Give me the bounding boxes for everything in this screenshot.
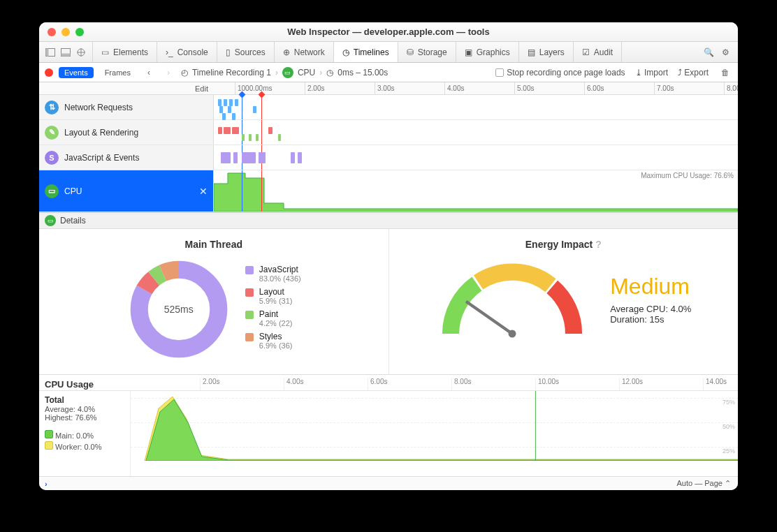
clock-icon: ◷ (326, 68, 333, 77)
detail-panels: Main Thread 525ms JavaScript83.0% (436) … (39, 229, 738, 375)
tab-elements[interactable]: ▭Elements (93, 42, 157, 62)
energy-title: Energy Impact ? (398, 239, 730, 250)
cpu-usage-legend: Total Average: 4.0% Highest: 76.6% Main:… (39, 391, 130, 476)
titlebar: Web Inspector — developer.apple.com — to… (39, 22, 738, 42)
cpu-usage-title: CPU Usage (39, 375, 130, 390)
download-icon: ⤓ (635, 68, 642, 77)
cpu-usage-chart: 75% 50% 25% (130, 391, 738, 476)
nav-back-icon[interactable]: ‹ (142, 66, 156, 80)
swatch-icon (45, 441, 53, 450)
search-icon[interactable]: 🔍 (702, 45, 716, 59)
console-icon: ›_ (166, 47, 173, 57)
export-button[interactable]: ⤴ Export (678, 68, 709, 77)
timeline-ruler[interactable]: Edit 1000.00ms 2.00s 3.00s 4.00s 5.00s 6… (39, 82, 738, 95)
timeline-toolbar: Events Frames ‹ › ◴ Timeline Recording 1… (39, 63, 738, 82)
dock-bottom-icon[interactable] (59, 45, 73, 59)
layers-icon: ▤ (528, 47, 535, 57)
console-prompt-icon[interactable]: › (39, 480, 48, 488)
chevron-updown-icon: ⌃ (725, 479, 731, 487)
cpu-icon: ▭ (45, 184, 59, 198)
script-icon: S (45, 151, 59, 165)
close-window-button[interactable] (48, 28, 56, 36)
help-icon[interactable]: ? (595, 239, 602, 250)
breadcrumb: ◴ Timeline Recording 1 › ▭ CPU › ◷ 0ms –… (181, 67, 388, 78)
energy-level: Medium (610, 274, 691, 300)
checklist-icon: ☑ (582, 47, 590, 57)
import-button[interactable]: ⤓ Import (635, 68, 668, 77)
tab-storage[interactable]: ⛁Storage (398, 42, 456, 62)
view-events-toggle[interactable]: Events (59, 67, 94, 78)
row-js[interactable]: SJavaScript & Events (39, 145, 738, 170)
chevron-right-icon: › (275, 68, 278, 77)
inspect-element-icon[interactable] (74, 45, 88, 59)
ruler-tick: 8.00s (724, 82, 738, 95)
main-thread-legend: JavaScript83.0% (436) Layout5.9% (31) Pa… (245, 265, 301, 354)
globe-icon: ⊕ (283, 47, 290, 57)
breadcrumb-cpu[interactable]: CPU (298, 68, 315, 77)
tab-graphics[interactable]: ▣Graphics (456, 42, 519, 62)
record-button[interactable] (45, 68, 53, 77)
view-frames-toggle[interactable]: Frames (99, 67, 136, 78)
row-network[interactable]: ⇅Network Requests (39, 95, 738, 120)
clock-icon: ◷ (342, 47, 349, 57)
cpu-usage-section: CPU Usage 2.00s 4.00s 6.00s 8.00s 10.00s… (39, 375, 738, 476)
row-layout[interactable]: ✎Layout & Rendering (39, 120, 738, 145)
mode-selector[interactable]: Auto — Page ⌃ (677, 479, 739, 488)
window-title: Web Inspector — developer.apple.com — to… (39, 27, 738, 37)
main-thread-title: Main Thread (48, 239, 380, 250)
document-icon: ▯ (226, 47, 231, 57)
edit-button[interactable]: Edit (39, 82, 214, 94)
breadcrumb-range[interactable]: 0ms – 15.00s (337, 68, 388, 77)
swatch-icon (245, 266, 254, 274)
swatch-icon (245, 333, 254, 341)
chevron-right-icon: › (319, 68, 322, 77)
dock-left-icon[interactable] (43, 45, 57, 59)
tab-sources[interactable]: ▯Sources (217, 42, 275, 62)
lane-network (214, 95, 738, 119)
inspector-window: Web Inspector — developer.apple.com — to… (39, 22, 738, 490)
svg-point-13 (509, 330, 516, 338)
ruler-tick: 4.00s (444, 82, 464, 95)
lane-layout (214, 120, 738, 145)
tab-layers[interactable]: ▤Layers (519, 42, 574, 62)
svg-line-12 (466, 302, 512, 334)
lane-cpu: Maximum CPU Usage: 76.6% (214, 170, 738, 212)
stopwatch-icon: ◴ (181, 68, 188, 77)
trash-icon[interactable]: 🗑 (718, 66, 732, 80)
ruler-tick: 2.00s (305, 82, 324, 95)
ruler-ticks: 1000.00ms 2.00s 3.00s 4.00s 5.00s 6.00s … (214, 82, 738, 94)
image-icon: ▣ (465, 47, 472, 57)
upload-icon: ⤴ (678, 68, 682, 77)
tab-audit[interactable]: ☑Audit (574, 42, 622, 62)
tab-console[interactable]: ›_Console (157, 42, 217, 62)
ruler-tick: 5.00s (514, 82, 534, 95)
svg-rect-1 (46, 48, 49, 56)
minimize-window-button[interactable] (61, 28, 70, 36)
dock-buttons (39, 42, 93, 62)
main-thread-panel: Main Thread 525ms JavaScript83.0% (436) … (39, 229, 388, 374)
cpu-badge-icon: ▭ (282, 67, 293, 78)
navigation-tabbar: ▭Elements ›_Console ▯Sources ⊕Network ◷T… (39, 42, 738, 63)
close-icon[interactable]: ✕ (199, 186, 208, 197)
box-icon: ▭ (101, 47, 109, 57)
zoom-window-button[interactable] (75, 28, 84, 36)
ruler-tick: 3.00s (375, 82, 394, 95)
timeline-rows: ⇅Network Requests ✎Layout & Rendering (39, 95, 738, 212)
nav-forward-icon[interactable]: › (161, 66, 175, 80)
tab-timelines[interactable]: ◷Timelines (334, 42, 398, 62)
lane-js (214, 145, 738, 170)
network-icon: ⇅ (45, 101, 59, 114)
cpu-usage-ticks: 2.00s 4.00s 6.00s 8.00s 10.00s 12.00s 14… (130, 375, 738, 390)
energy-dur: Duration: 15s (610, 314, 691, 325)
breadcrumb-recording[interactable]: Timeline Recording 1 (192, 68, 271, 77)
gear-icon[interactable]: ⚙ (718, 45, 732, 59)
traffic-lights (48, 28, 84, 36)
swatch-icon (45, 430, 53, 438)
tab-network[interactable]: ⊕Network (275, 42, 334, 62)
energy-panel: Energy Impact ? Medium Average CPU: 4.0%… (388, 229, 739, 374)
energy-gauge (435, 257, 589, 341)
energy-avg: Average CPU: 4.0% (610, 304, 691, 314)
details-header: ▭ Details (39, 212, 738, 229)
row-cpu[interactable]: ▭CPU✕ Maximum CPU Usage: 76.6% (39, 170, 738, 212)
stop-on-load-checkbox[interactable]: Stop recording once page loads (495, 68, 625, 77)
